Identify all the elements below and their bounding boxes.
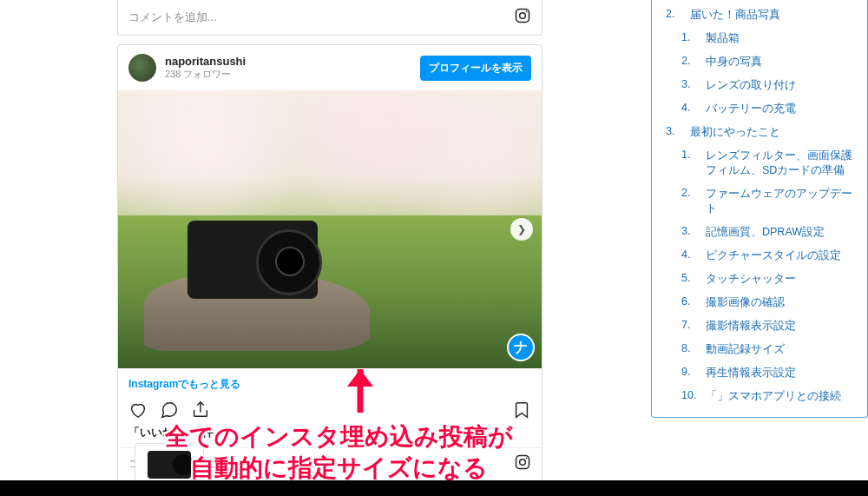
toc-item-text: 撮影情報表示設定 xyxy=(706,319,796,334)
toc-item-text: ファームウェアのアップデート xyxy=(706,187,860,216)
toc-item[interactable]: 9.再生情報表示設定 xyxy=(659,361,860,385)
toc-item-number: 3. xyxy=(681,225,697,240)
svg-point-1 xyxy=(520,13,526,19)
svg-rect-0 xyxy=(516,10,529,23)
toc-item[interactable]: 4.バッテリーの充電 xyxy=(659,97,860,121)
toc-item-text: タッチシャッター xyxy=(706,272,796,287)
annotation-text: 全てのインスタ埋め込み投稿が 自動的に指定サイズになる xyxy=(156,421,521,485)
toc-item-text: 「」スマホアプリとの接続 xyxy=(706,389,841,404)
bottom-bar xyxy=(0,480,868,496)
toc-item-text: 記憶画質、DPRAW設定 xyxy=(706,225,825,240)
like-icon[interactable] xyxy=(128,400,148,420)
author-badge[interactable]: ナ xyxy=(507,334,535,361)
follower-count: 238 フォロワー xyxy=(165,68,420,81)
share-icon[interactable] xyxy=(191,400,210,420)
toc-item-number: 10. xyxy=(681,389,697,404)
avatar[interactable] xyxy=(128,54,156,82)
instagram-embed-prev-footer: コメントを追加... xyxy=(117,0,542,36)
embed-media[interactable]: ❯ ナ xyxy=(118,90,542,368)
toc-item-number: 2. xyxy=(681,187,697,216)
toc-item[interactable]: 2.ファームウェアのアップデート xyxy=(659,182,860,221)
toc-item-number: 2. xyxy=(666,8,681,23)
toc-item-text: 届いた！商品写真 xyxy=(690,8,780,23)
toc-item-number: 1. xyxy=(681,149,697,178)
view-profile-button[interactable]: プロフィールを表示 xyxy=(420,56,531,81)
carousel-next-icon[interactable]: ❯ xyxy=(510,218,533,241)
toc-item[interactable]: 3.最初にやったこと xyxy=(659,121,860,144)
toc-item-number: 8. xyxy=(681,342,697,357)
toc-item-text: 製品箱 xyxy=(706,31,740,46)
toc-item[interactable]: 2.中身の写真 xyxy=(659,50,860,74)
view-more-on-instagram-link[interactable]: Instagramでもっと見る xyxy=(118,368,542,397)
toc-item-number: 4. xyxy=(681,102,697,116)
svg-point-2 xyxy=(526,11,528,13)
username[interactable]: naporitansushi xyxy=(165,55,420,68)
toc-item-number: 1. xyxy=(681,31,697,46)
toc-item[interactable]: 8.動画記録サイズ xyxy=(659,338,860,361)
toc-item[interactable]: 4.ピクチャースタイルの設定 xyxy=(659,244,860,268)
toc-item-number: 5. xyxy=(681,272,697,287)
action-bar xyxy=(118,397,542,423)
svg-point-5 xyxy=(526,458,528,460)
comment-icon[interactable] xyxy=(160,400,179,420)
toc-item[interactable]: 5.タッチシャッター xyxy=(659,268,860,291)
instagram-icon[interactable] xyxy=(514,7,531,28)
embed-header: naporitansushi 238 フォロワー プロフィールを表示 xyxy=(118,45,542,90)
toc-item-number: 2. xyxy=(681,55,697,69)
toc-item[interactable]: 6.撮影画像の確認 xyxy=(659,291,860,314)
toc-item[interactable]: 2.届いた！商品写真 xyxy=(659,3,860,27)
toc-item-number: 6. xyxy=(681,295,697,310)
table-of-contents: 2.届いた！商品写真1.製品箱2.中身の写真3.レンズの取り付け4.バッテリーの… xyxy=(651,0,868,418)
toc-item-number: 7. xyxy=(681,319,697,334)
toc-item[interactable]: 10.「」スマホアプリとの接続 xyxy=(659,385,860,408)
toc-item[interactable]: 3.記憶画質、DPRAW設定 xyxy=(659,221,860,244)
toc-item-text: バッテリーの充電 xyxy=(706,102,796,116)
toc-item-text: 最初にやったこと xyxy=(690,125,780,140)
toc-item-text: 撮影画像の確認 xyxy=(706,295,785,310)
toc-item-text: 再生情報表示設定 xyxy=(706,366,796,380)
toc-item-text: 動画記録サイズ xyxy=(706,342,785,357)
toc-item-text: レンズフィルター、画面保護フィルム、SDカードの準備 xyxy=(706,149,860,178)
toc-item-number: 4. xyxy=(681,248,697,263)
toc-item-text: レンズの取り付け xyxy=(706,78,796,93)
toc-item[interactable]: 1.製品箱 xyxy=(659,27,860,50)
instagram-embed: naporitansushi 238 フォロワー プロフィールを表示 ❯ ナ I… xyxy=(117,44,542,483)
toc-item-text: 中身の写真 xyxy=(706,55,762,69)
toc-item-text: ピクチャースタイルの設定 xyxy=(706,248,841,263)
comment-input-prev[interactable]: コメントを追加... xyxy=(128,10,514,25)
toc-item[interactable]: 7.撮影情報表示設定 xyxy=(659,314,860,338)
bookmark-icon[interactable] xyxy=(512,400,531,420)
toc-item-number: 9. xyxy=(681,366,697,380)
toc-item-number: 3. xyxy=(681,78,697,93)
toc-item-number: 3. xyxy=(666,125,681,140)
toc-item[interactable]: 3.レンズの取り付け xyxy=(659,74,860,97)
toc-item[interactable]: 1.レンズフィルター、画面保護フィルム、SDカードの準備 xyxy=(659,144,860,182)
